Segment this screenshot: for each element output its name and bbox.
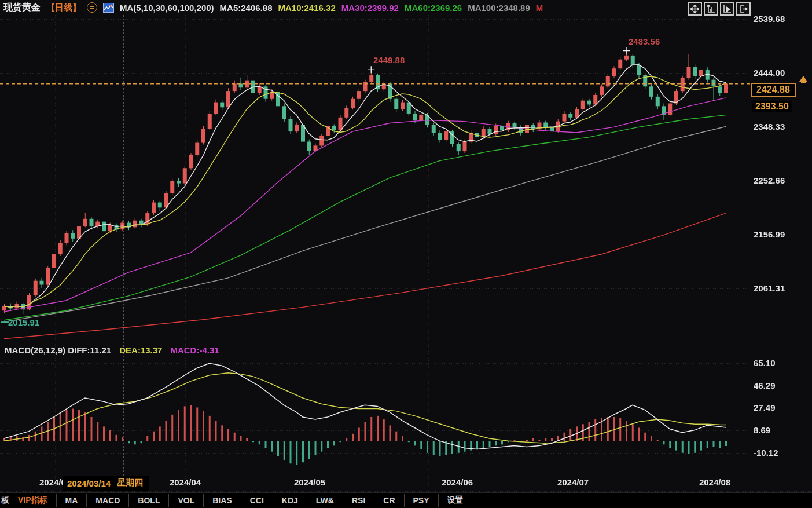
- x-axis-label: 2024/04: [170, 477, 201, 487]
- chart-toolbar: [688, 2, 751, 16]
- tab-rsi[interactable]: RSI: [343, 493, 374, 508]
- tab-psy[interactable]: PSY: [405, 493, 438, 508]
- price-axis-label: 2061.31: [754, 283, 785, 293]
- macd-value: MACD:-4.31: [170, 345, 219, 355]
- indicator-menu-icon[interactable]: [87, 2, 97, 13]
- macd-axis-label: 27.49: [754, 403, 776, 412]
- macd-axis-label: -10.12: [754, 448, 778, 458]
- ma5-value: MA5:2406.88: [220, 3, 273, 13]
- tab-boll[interactable]: BOLL: [129, 493, 168, 508]
- ma60-value: MA60:2369.26: [405, 3, 462, 13]
- chart-play-icon[interactable]: [720, 2, 734, 16]
- tab-partial[interactable]: 板: [0, 493, 9, 508]
- tab-lw[interactable]: LW&: [307, 493, 343, 508]
- symbol-name: 现货黄金: [3, 2, 41, 14]
- price-axis-label: 2252.66: [754, 176, 785, 185]
- tab-ma[interactable]: MA: [57, 493, 87, 508]
- indicator-tab-bar: 板 VIP指标 MA MACD BOLL VOL BIAS CCI KDJ LW…: [0, 492, 812, 508]
- x-axis-label: 2024/05: [294, 477, 325, 487]
- tab-cr[interactable]: CR: [374, 493, 403, 508]
- x-axis-label: 2024/07: [557, 477, 589, 487]
- tab-macd[interactable]: MACD: [87, 493, 128, 508]
- macd-dea-value: DEA:13.37: [119, 345, 162, 355]
- secondary-price-label: 2393.50: [752, 101, 792, 112]
- mini-kline-icon[interactable]: [103, 3, 114, 13]
- ma30-value: MA30:2399.92: [341, 3, 399, 13]
- ma10-value: MA10:2416.32: [278, 3, 336, 13]
- move-tool-icon[interactable]: [688, 2, 702, 16]
- chart-axis-icon[interactable]: [704, 2, 718, 16]
- macd-axis-label: 65.10: [754, 358, 776, 368]
- macd-params-diff: MACD(26,12,9) DIFF:11.21: [5, 345, 111, 355]
- price-axis-label: 2444.00: [754, 68, 785, 78]
- chart-canvas[interactable]: [0, 0, 812, 508]
- tab-kdj[interactable]: KDJ: [273, 493, 307, 508]
- crosshair-date-tooltip: 2024/03/14 星期四: [63, 476, 149, 491]
- macd-header: MACD(26,12,9) DIFF:11.21 DEA:13.37 MACD:…: [5, 345, 219, 355]
- tab-bias[interactable]: BIAS: [204, 493, 240, 508]
- macd-axis-label: 8.69: [754, 425, 770, 435]
- period-label[interactable]: 【日线】: [46, 2, 81, 13]
- crosshair-weekday: 星期四: [115, 477, 145, 489]
- ma100-value: MA100:2348.89: [468, 3, 530, 13]
- price-axis-label: 2348.33: [754, 122, 785, 131]
- ma200-value-clipped: M: [536, 3, 543, 13]
- price-up-arrow-icon: [799, 76, 807, 82]
- x-axis-label: 2024/06: [442, 477, 473, 487]
- x-axis-label: 2024/08: [699, 477, 730, 487]
- tab-vol[interactable]: VOL: [169, 493, 203, 508]
- current-price-label: 2424.88: [751, 83, 796, 97]
- price-axis-label: 2156.99: [754, 229, 785, 239]
- high-annotation-2: 2483.56: [629, 36, 660, 46]
- crosshair-date: 2024/03/14: [67, 478, 111, 488]
- high-annotation-1: 2449.88: [373, 55, 405, 65]
- tab-cci[interactable]: CCI: [241, 493, 273, 508]
- ma-params: MA(5,10,30,60,100,200): [120, 3, 214, 13]
- macd-axis-label: 46.29: [754, 381, 776, 390]
- exit-icon[interactable]: [736, 2, 751, 16]
- tab-vip-indicator[interactable]: VIP指标: [9, 493, 56, 508]
- price-axis-label: 2539.68: [754, 14, 785, 24]
- tab-settings[interactable]: 设置: [439, 493, 472, 508]
- low-annotation: 2015.91: [8, 317, 39, 327]
